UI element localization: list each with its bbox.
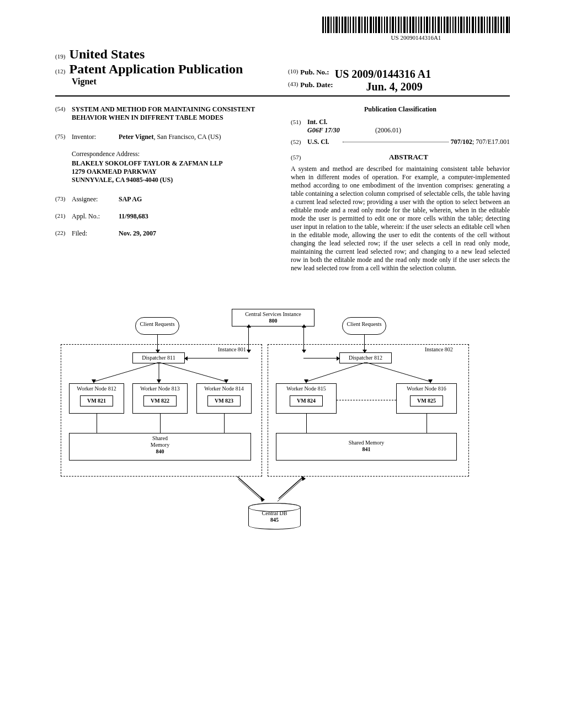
intcl-date: (2006.01) [375,126,401,134]
svg-rect-3 [331,17,332,33]
left-column: (54) SYSTEM AND METHOD FOR MAINTAINING C… [55,105,274,272]
svg-rect-41 [438,17,440,33]
right-column: Publication Classification (51) Int. Cl.… [291,105,510,272]
worker-node-812: Worker Node 812 VM 821 [69,383,124,414]
svg-rect-47 [455,17,456,33]
svg-rect-17 [370,17,372,33]
pub-no-value: US 2009/0144316 A1 [335,68,431,81]
svg-rect-36 [424,17,425,33]
shared-memory-840: Shared Memory 840 [69,433,251,461]
svg-rect-65 [506,17,508,33]
classification-title: Publication Classification [291,105,510,114]
uscl-value-rest: ; 707/E17.001 [472,138,510,146]
svg-rect-38 [429,17,430,33]
filed-code: (22) [55,229,72,238]
svg-rect-24 [390,17,391,33]
svg-rect-52 [469,17,470,33]
svg-rect-29 [403,17,406,33]
svg-rect-60 [492,17,493,33]
intcl-label: Int. Cl. [307,118,340,126]
svg-rect-49 [460,17,462,33]
svg-rect-66 [509,17,510,33]
uscl-value-bold: 707/102 [451,138,472,146]
correspondence-block: Correspondence Address: BLAKELY SOKOLOFF… [72,150,274,184]
svg-line-80 [279,477,303,499]
svg-rect-23 [386,17,388,33]
svg-line-74 [366,362,430,382]
svg-rect-63 [500,17,502,33]
pub-no-line: (10) Pub. No.: US 2009/0144316 A1 [288,68,510,81]
svg-rect-0 [322,17,324,33]
assignee-label: Assignee: [72,195,119,204]
author-name: Vignet [72,77,97,87]
svg-rect-15 [364,17,366,33]
svg-line-73 [306,362,366,382]
svg-rect-42 [441,17,442,33]
vm-825: VM 825 [410,395,443,406]
vm-822: VM 822 [143,395,177,406]
shared-memory-841: Shared Memory 841 [276,433,457,461]
svg-rect-50 [463,17,465,33]
svg-line-67 [94,362,159,382]
svg-rect-11 [353,17,354,33]
svg-rect-26 [395,17,396,33]
filed-label: Filed: [72,229,119,238]
applno-label: Appl. No.: [72,212,119,221]
svg-rect-9 [348,17,349,33]
vm-824: VM 824 [290,395,323,406]
svg-rect-19 [375,17,377,33]
dispatcher-812: Dispatcher 812 [339,352,392,363]
worker-node-816: Worker Node 816 VM 825 [396,383,457,414]
svg-rect-45 [450,17,451,33]
doc-type: Patent Application Publication [70,62,243,76]
barcode-text: US 20090144316A1 [322,34,510,41]
svg-rect-43 [444,17,445,33]
svg-rect-61 [494,17,497,33]
svg-rect-33 [415,17,417,33]
svg-rect-5 [335,17,338,33]
vm-821: VM 821 [80,395,113,406]
country-line: (19) United States [55,47,277,62]
svg-rect-39 [432,17,434,33]
svg-rect-27 [398,17,399,33]
svg-rect-40 [435,17,436,33]
svg-rect-34 [418,17,419,33]
assignee-value: SAP AG [119,195,274,204]
svg-rect-1 [325,17,326,33]
svg-rect-22 [384,17,385,33]
dispatcher-811: Dispatcher 811 [132,352,185,363]
svg-rect-21 [381,17,382,33]
applno-code: (21) [55,212,72,221]
svg-rect-28 [401,17,402,33]
inventor-code: (75) [55,133,72,141]
svg-rect-55 [478,17,479,33]
svg-rect-31 [409,17,411,33]
svg-rect-25 [392,17,394,33]
intcl-class: G06F 17/30 [307,126,374,135]
svg-line-78 [238,479,263,501]
svg-rect-46 [452,17,454,33]
svg-marker-82 [301,477,306,481]
svg-rect-12 [355,17,356,33]
svg-rect-48 [458,17,459,33]
svg-rect-14 [361,17,363,33]
svg-rect-64 [503,17,504,33]
svg-line-81 [278,479,302,501]
svg-line-77 [237,477,262,499]
svg-rect-57 [484,17,485,33]
worker-node-815: Worker Node 815 VM 824 [276,383,337,414]
svg-rect-35 [420,17,422,33]
svg-marker-79 [260,496,265,502]
inventor-label: Inventor: [72,133,119,141]
abstract-title: ABSTRACT [307,153,510,162]
svg-rect-10 [350,17,351,33]
svg-rect-62 [498,17,499,33]
uscl-label: U.S. Cl. [307,138,340,146]
svg-rect-32 [412,17,414,33]
diagram: Central Services Instance 800 Client Req… [55,309,510,540]
svg-rect-20 [378,17,380,33]
barcode-area: US 20090144316A1 [322,17,510,41]
worker-node-813: Worker Node 813 VM 822 [132,383,188,414]
svg-rect-54 [475,17,476,33]
svg-rect-18 [373,17,374,33]
